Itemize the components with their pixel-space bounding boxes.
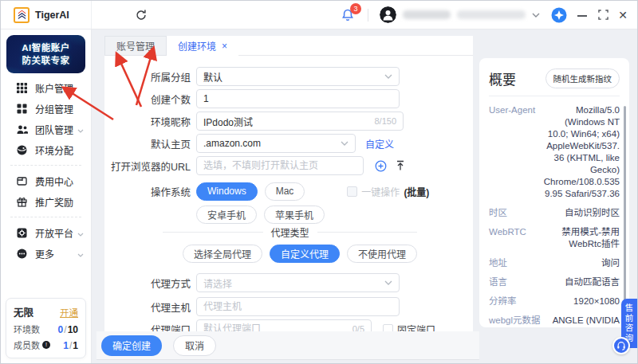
homepage-custom-link[interactable]: 自定义	[365, 137, 394, 151]
nickname-label: 环境昵称	[104, 114, 191, 129]
banner-line1: AI智能账户	[22, 41, 70, 54]
summary-row-webgl-meta: webgl元数据ANGLE (NVIDIA Corporation, GeFor…	[489, 315, 620, 327]
form-footer: 确定创建 取消	[96, 331, 479, 360]
env-count-label: 环境数	[14, 323, 40, 335]
os-label: 操作系统	[104, 184, 191, 199]
batch-suffix: (批量)	[404, 185, 429, 198]
cancel-button[interactable]: 取消	[173, 335, 216, 356]
upload-icon[interactable]	[395, 160, 406, 171]
tab-bar: 账号管理 创建环境 ×	[104, 36, 473, 56]
nickname-input[interactable]	[203, 115, 369, 127]
count-input-wrap	[196, 89, 400, 108]
username-redacted	[403, 10, 451, 19]
notifications-bell-icon[interactable]: 3	[341, 8, 355, 22]
batch-checkbox-label: 一键操作	[361, 185, 400, 198]
compass-icon[interactable]	[551, 7, 567, 23]
proxy-host-input-wrap	[196, 297, 400, 316]
os-option-mac[interactable]: Mac	[265, 182, 305, 201]
tab-account-manage[interactable]: 账号管理	[104, 36, 167, 56]
account-id-redacted	[457, 10, 526, 19]
proxy-host-input[interactable]	[203, 301, 392, 312]
user-avatar[interactable]	[380, 6, 396, 23]
gift-icon	[16, 196, 28, 208]
refresh-icon[interactable]	[135, 9, 148, 22]
url-input[interactable]	[203, 160, 356, 171]
sidebar-item-team-manage[interactable]: 团队管理	[1, 119, 91, 139]
confirm-create-button[interactable]: 确定创建	[101, 335, 162, 356]
create-env-form: 所属分组 默认 创建个数 环境昵称 8/150 默认主	[104, 56, 473, 360]
sidebar-item-env-assign[interactable]: 环境分配	[1, 139, 91, 160]
url-label: 打开浏览器的URL	[104, 159, 191, 174]
os-option-iphone[interactable]: 苹果手机	[264, 205, 325, 224]
proxy-method-select[interactable]: 请选择	[196, 273, 400, 292]
batch-checkbox-row: 一键操作 (批量)	[347, 185, 429, 198]
chevron-down-icon	[384, 280, 392, 285]
homepage-select[interactable]: .amazon.com	[196, 134, 356, 153]
plan-name: 无限	[14, 304, 33, 319]
banner-line2: 防关联专家	[22, 54, 70, 67]
member-count-value: 1/1	[63, 340, 78, 351]
main-area: 账号管理 创建环境 × 所属分组 默认 创建个数 环境昵称	[92, 29, 637, 363]
chevron-down-icon	[341, 141, 349, 146]
add-url-icon[interactable]	[375, 160, 387, 172]
proxy-type-custom[interactable]: 自定义代理	[270, 245, 340, 263]
sidebar: AI智能账户 防关联专家 账户管理 分组管理	[1, 29, 92, 363]
sidebar-item-billing-center[interactable]: 费用中心	[1, 170, 91, 191]
sidebar-item-account-manage[interactable]: 账户管理	[1, 77, 91, 98]
globe-icon	[16, 144, 28, 156]
batch-checkbox[interactable]	[347, 186, 357, 197]
regenerate-fingerprint-button[interactable]: 随机生成新指纹	[545, 68, 620, 88]
sidebar-item-more[interactable]: 更多	[1, 243, 91, 264]
summary-scrollbar[interactable]	[624, 106, 626, 321]
os-option-android[interactable]: 安卓手机	[196, 205, 257, 224]
window-maximize-icon[interactable]	[598, 10, 608, 20]
summary-row-user-agent: User-AgentMozilla/5.0 (Windows NT 10.0; …	[489, 104, 620, 200]
summary-row-address: 地址询问	[489, 257, 620, 269]
proxy-type-none[interactable]: 不使用代理	[347, 245, 417, 263]
upgrade-link[interactable]: 开通	[60, 306, 78, 319]
homepage-label: 默认主页	[104, 136, 191, 151]
sidebar-item-open-platform[interactable]: 开放平台	[1, 222, 91, 243]
billing-icon	[16, 175, 28, 187]
titlebar: TigerAI 3	[1, 1, 637, 29]
plan-card: 无限 开通 环境数 0/10 成员数! 1/1	[6, 298, 86, 358]
summary-row-language: 语言自动匹配语言	[489, 276, 620, 288]
sidebar-menu: 账户管理 分组管理 团队管理	[1, 77, 91, 264]
menu-divider	[10, 217, 81, 217]
count-label: 创建个数	[104, 92, 191, 107]
chevron-down-icon	[77, 122, 84, 136]
brand: TigerAI	[1, 1, 92, 29]
chevron-down-icon	[384, 74, 392, 79]
customer-service-icon[interactable]	[612, 337, 630, 354]
summary-row-resolution: 分辨率1920×1080	[489, 296, 620, 307]
window-close-icon[interactable]: ✕	[616, 9, 629, 22]
platform-icon	[16, 227, 28, 239]
count-input[interactable]	[203, 93, 392, 104]
chevron-down-icon	[77, 246, 84, 260]
proxy-type-divider: 代理类型	[163, 225, 417, 238]
sidebar-item-group-manage[interactable]: 分组管理	[1, 98, 91, 119]
group-select[interactable]: 默认	[196, 67, 400, 86]
tigerai-logo-icon	[14, 7, 30, 23]
proxy-type-global[interactable]: 选择全局代理	[183, 245, 262, 263]
tab-create-env[interactable]: 创建环境 ×	[167, 36, 238, 56]
url-input-wrap	[196, 156, 364, 175]
tab-close-icon[interactable]: ×	[222, 41, 227, 52]
os-option-windows[interactable]: Windows	[196, 182, 258, 201]
env-count-value: 0/10	[58, 324, 78, 335]
account-chevron-down-icon[interactable]	[532, 13, 540, 18]
proxy-method-label: 代理方式	[104, 276, 191, 291]
notification-badge: 3	[350, 3, 361, 14]
summary-row-timezone: 时区自动识别时区	[489, 207, 620, 219]
info-icon[interactable]: !	[42, 341, 50, 349]
summary-divider	[489, 96, 620, 96]
sidebar-item-promo-reward[interactable]: 推广奖励	[1, 191, 91, 212]
squares-icon	[16, 103, 28, 115]
proxy-host-label: 代理主机	[104, 299, 191, 315]
grid-icon	[16, 82, 28, 94]
window-minimize-icon[interactable]	[577, 8, 589, 22]
hamburger-menu-icon[interactable]	[103, 10, 117, 21]
more-icon	[16, 248, 28, 260]
brand-name: TigerAI	[35, 10, 69, 21]
group-label: 所属分组	[104, 69, 191, 84]
